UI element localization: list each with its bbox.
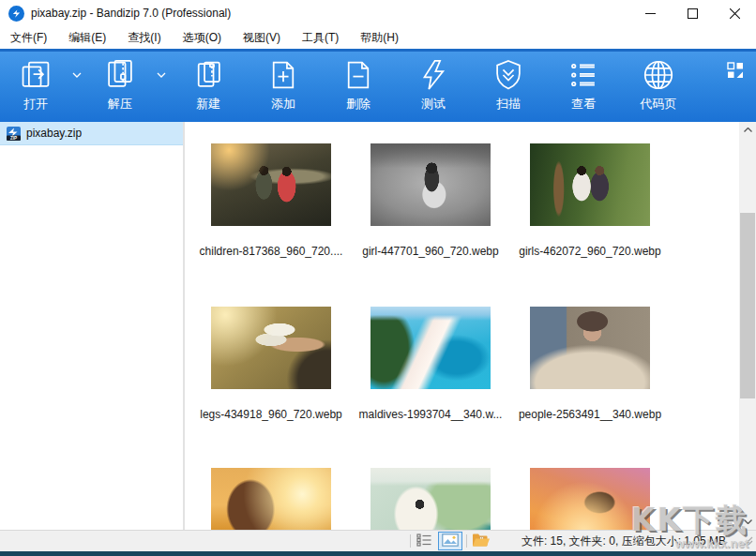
details-view-button[interactable] xyxy=(412,532,436,550)
file-name: children-817368_960_720.... xyxy=(191,245,351,258)
minimize-button[interactable] xyxy=(629,0,672,26)
scan-button[interactable]: 扫描 xyxy=(482,57,535,113)
svg-text:ZIP: ZIP xyxy=(10,136,17,141)
file-item[interactable]: maldives-1993704__340.w... xyxy=(351,307,510,421)
test-archive-icon xyxy=(416,57,451,93)
file-list-area: children-817368_960_720.... girl-447701_… xyxy=(189,122,739,530)
toolbar-layout-toggle-icon[interactable] xyxy=(725,61,746,82)
view-button[interactable]: 查看 xyxy=(557,57,610,113)
file-item[interactable]: legs-434918_960_720.webp xyxy=(191,307,351,421)
menu-options[interactable]: 选项(O) xyxy=(174,26,230,50)
menu-view[interactable]: 视图(V) xyxy=(234,26,289,50)
file-name: girl-447701_960_720.webp xyxy=(351,245,510,258)
view-list-icon xyxy=(566,57,601,93)
open-folder-button[interactable] xyxy=(468,532,492,550)
vertical-scrollbar[interactable] xyxy=(739,122,756,530)
thumbnail-view-icon xyxy=(442,533,459,549)
window-controls xyxy=(629,0,756,26)
add-button[interactable]: 添加 xyxy=(257,57,310,113)
view-label: 查看 xyxy=(571,96,596,113)
file-item[interactable] xyxy=(510,468,670,530)
woman-car-photo-thumbnail xyxy=(370,468,491,530)
sidebar-item-pixabay-zip[interactable]: ZIP pixabay.zip xyxy=(0,122,183,145)
girls-garden-photo-thumbnail xyxy=(530,143,650,226)
extract-label: 解压 xyxy=(108,96,132,113)
toolbar: 打开 解压 新建 xyxy=(0,49,756,122)
codepage-label: 代码页 xyxy=(641,96,677,113)
file-name: girls-462072_960_720.webp xyxy=(510,245,670,258)
file-item[interactable]: girl-447701_960_720.webp xyxy=(351,143,510,258)
folder-tree-panel: ZIP pixabay.zip xyxy=(0,122,185,530)
sidebar-item-label: pixabay.zip xyxy=(26,127,82,140)
scan-label: 扫描 xyxy=(496,96,521,113)
new-archive-button[interactable]: 新建 xyxy=(182,57,234,113)
test-button[interactable]: 测试 xyxy=(407,57,460,113)
maximize-button[interactable] xyxy=(672,0,714,26)
scan-virus-icon xyxy=(491,57,526,93)
scroll-up-arrow-icon[interactable] xyxy=(739,122,756,138)
close-button[interactable] xyxy=(714,0,756,26)
menu-edit[interactable]: 编辑(E) xyxy=(60,26,114,50)
codepage-globe-icon xyxy=(641,57,676,93)
file-item[interactable]: people-2563491__340.webp xyxy=(510,307,670,421)
file-item[interactable] xyxy=(191,468,351,530)
open-button[interactable]: 打开 xyxy=(9,57,62,113)
menu-help[interactable]: 帮助(H) xyxy=(352,26,407,50)
delete-files-icon xyxy=(340,57,376,93)
bandizip-logo-icon xyxy=(8,6,24,22)
thumbnail-view-button[interactable] xyxy=(438,532,462,550)
codepage-button[interactable]: 代码页 xyxy=(628,57,688,113)
resize-grip[interactable] xyxy=(744,533,753,549)
sunset-field-photo-thumbnail xyxy=(211,468,331,530)
scroll-down-arrow-icon[interactable] xyxy=(739,514,756,530)
extract-button[interactable]: 解压 xyxy=(94,57,146,113)
maldives-beach-photo-thumbnail xyxy=(370,307,491,389)
woman-sweater-photo-thumbnail xyxy=(530,307,650,389)
file-item[interactable]: children-817368_960_720.... xyxy=(191,143,351,258)
details-view-icon xyxy=(416,533,432,549)
add-label: 添加 xyxy=(271,96,295,113)
menu-bar: 文件(F) 编辑(E) 查找(I) 选项(O) 视图(V) 工具(T) 帮助(H… xyxy=(0,26,756,49)
extract-icon xyxy=(102,57,138,93)
statusbar-separator xyxy=(466,534,467,548)
legs-sneakers-photo-thumbnail xyxy=(211,307,331,389)
menu-tools[interactable]: 工具(T) xyxy=(294,26,347,50)
children-photo-thumbnail xyxy=(211,143,331,226)
file-item[interactable] xyxy=(351,468,510,530)
girl-teddybear-photo-thumbnail xyxy=(370,143,491,226)
add-files-icon xyxy=(265,57,301,93)
file-item[interactable]: girls-462072_960_720.webp xyxy=(510,143,670,258)
open-dropdown-chevron-icon[interactable] xyxy=(68,57,86,93)
statusbar-separator xyxy=(410,534,411,548)
open-archive-icon xyxy=(18,57,53,93)
delete-label: 删除 xyxy=(346,96,370,113)
archive-summary: 文件: 15, 文件夹: 0, 压缩包大小: 1.05 MB xyxy=(522,533,726,549)
new-label: 新建 xyxy=(196,96,220,113)
folder-icon xyxy=(472,533,490,550)
window-bottom-border xyxy=(0,551,756,556)
status-bar: 文件: 15, 文件夹: 0, 压缩包大小: 1.05 MB xyxy=(0,530,756,551)
test-label: 测试 xyxy=(421,96,446,113)
bandizip-window: pixabay.zip - Bandizip 7.0 (Professional… xyxy=(0,0,756,556)
window-title: pixabay.zip - Bandizip 7.0 (Professional… xyxy=(31,7,231,20)
menu-file[interactable]: 文件(F) xyxy=(2,26,55,50)
new-archive-icon xyxy=(190,57,226,93)
menu-find[interactable]: 查找(I) xyxy=(119,26,169,50)
scrollbar-thumb[interactable] xyxy=(740,213,755,398)
sunset-silhouette-photo-thumbnail xyxy=(530,468,650,530)
delete-button[interactable]: 删除 xyxy=(332,57,385,113)
file-name: people-2563491__340.webp xyxy=(510,408,670,421)
file-name: maldives-1993704__340.w... xyxy=(351,408,510,421)
open-label: 打开 xyxy=(23,96,48,113)
zip-file-icon: ZIP xyxy=(6,126,22,142)
title-bar: pixabay.zip - Bandizip 7.0 (Professional… xyxy=(0,0,756,26)
file-name: legs-434918_960_720.webp xyxy=(191,408,351,421)
extract-dropdown-chevron-icon[interactable] xyxy=(152,57,171,93)
